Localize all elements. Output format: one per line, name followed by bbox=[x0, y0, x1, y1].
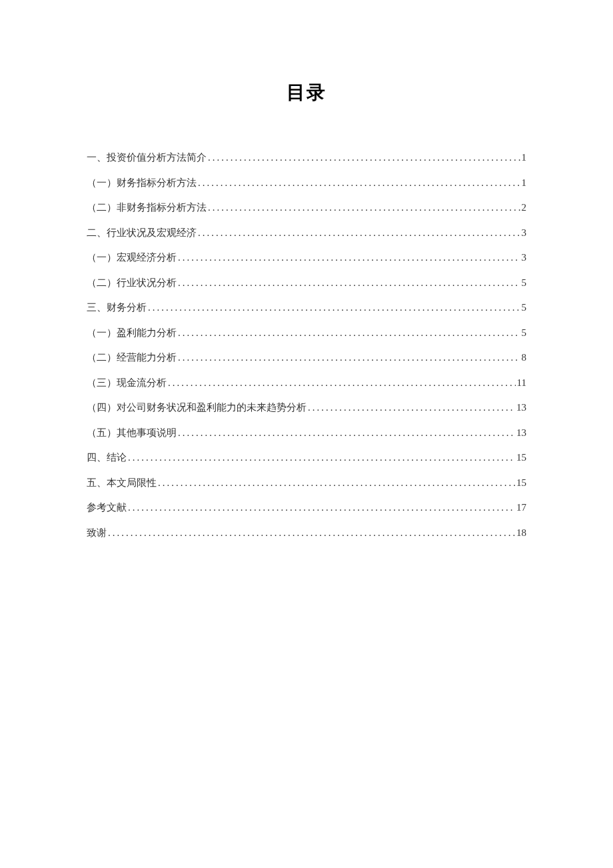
toc-label: （二）经营能力分析 bbox=[87, 345, 177, 371]
toc-dots bbox=[108, 521, 515, 546]
toc-entry: 四、结论 15 bbox=[87, 445, 526, 471]
toc-page: 1 bbox=[522, 145, 527, 171]
toc-page: 5 bbox=[522, 321, 527, 346]
toc-page: 5 bbox=[522, 295, 527, 321]
toc-dots bbox=[168, 371, 516, 396]
toc-entry: （一）盈利能力分析 5 bbox=[87, 321, 526, 346]
toc-dots bbox=[128, 495, 515, 521]
toc-entry: 一、投资价值分析方法简介 1 bbox=[87, 145, 526, 171]
toc-dots bbox=[178, 421, 515, 446]
toc-page: 15 bbox=[516, 471, 526, 496]
toc-label: （三）现金流分析 bbox=[87, 371, 167, 396]
toc-label: （四）对公司财务状况和盈利能力的未来趋势分析 bbox=[87, 395, 306, 421]
toc-title: 目录 bbox=[87, 80, 526, 105]
toc-dots bbox=[178, 271, 520, 296]
toc-dots bbox=[178, 245, 520, 271]
toc-dots bbox=[198, 171, 520, 196]
toc-entry: （二）行业状况分析 5 bbox=[87, 271, 526, 296]
toc-entry: （一）财务指标分析方法 1 bbox=[87, 171, 526, 196]
toc-entry: 致谢 18 bbox=[87, 521, 526, 546]
toc-entry: （四）对公司财务状况和盈利能力的未来趋势分析 13 bbox=[87, 395, 526, 421]
toc-entry: （二）非财务指标分析方法 2 bbox=[87, 195, 526, 221]
toc-page: 8 bbox=[522, 345, 527, 371]
toc-label: （一）盈利能力分析 bbox=[87, 321, 177, 346]
toc-page: 17 bbox=[516, 495, 526, 521]
toc-dots bbox=[208, 195, 520, 221]
toc-list: 一、投资价值分析方法简介 1 （一）财务指标分析方法 1 （二）非财务指标分析方… bbox=[87, 145, 526, 545]
toc-label: 一、投资价值分析方法简介 bbox=[87, 145, 207, 171]
toc-dots bbox=[208, 145, 520, 171]
toc-dots bbox=[128, 445, 515, 471]
toc-page: 1 bbox=[522, 171, 527, 196]
toc-dots bbox=[158, 471, 515, 496]
toc-page: 18 bbox=[516, 521, 526, 546]
toc-page: 5 bbox=[522, 271, 527, 296]
toc-label: 致谢 bbox=[87, 521, 107, 546]
toc-label: （五）其他事项说明 bbox=[87, 421, 177, 446]
toc-label: 参考文献 bbox=[87, 495, 127, 521]
toc-entry: 三、财务分析 5 bbox=[87, 295, 526, 321]
toc-page: 15 bbox=[516, 445, 526, 471]
toc-page: 13 bbox=[516, 421, 526, 446]
toc-label: （一）财务指标分析方法 bbox=[87, 171, 197, 196]
toc-dots bbox=[178, 345, 520, 371]
toc-page: 13 bbox=[516, 395, 526, 421]
toc-label: （一）宏观经济分析 bbox=[87, 245, 177, 271]
toc-page: 3 bbox=[522, 221, 527, 246]
toc-entry: 五、本文局限性 15 bbox=[87, 471, 526, 496]
toc-label: （二）非财务指标分析方法 bbox=[87, 195, 207, 221]
toc-label: 四、结论 bbox=[87, 445, 127, 471]
toc-dots bbox=[148, 295, 520, 321]
toc-entry: （三）现金流分析 11 bbox=[87, 371, 526, 396]
toc-label: 二、行业状况及宏观经济 bbox=[87, 221, 197, 246]
toc-label: 三、财务分析 bbox=[87, 295, 147, 321]
toc-dots bbox=[308, 395, 515, 421]
toc-entry: 二、行业状况及宏观经济 3 bbox=[87, 221, 526, 246]
toc-label: （二）行业状况分析 bbox=[87, 271, 177, 296]
toc-dots bbox=[198, 221, 520, 246]
toc-entry: 参考文献 17 bbox=[87, 495, 526, 521]
toc-entry: （一）宏观经济分析 3 bbox=[87, 245, 526, 271]
toc-page: 2 bbox=[522, 195, 527, 221]
toc-entry: （五）其他事项说明 13 bbox=[87, 421, 526, 446]
toc-page: 3 bbox=[522, 245, 527, 271]
toc-label: 五、本文局限性 bbox=[87, 471, 157, 496]
toc-page: 11 bbox=[517, 371, 526, 396]
toc-entry: （二）经营能力分析 8 bbox=[87, 345, 526, 371]
toc-dots bbox=[178, 321, 520, 346]
